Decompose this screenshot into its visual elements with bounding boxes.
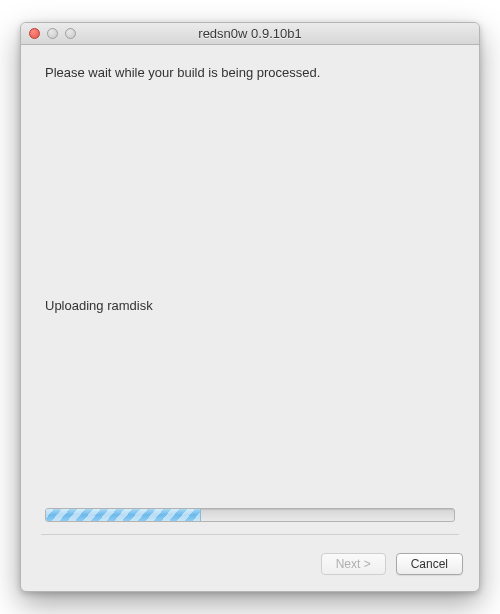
status-text: Uploading ramdisk <box>45 298 455 313</box>
window-title: redsn0w 0.9.10b1 <box>21 26 479 41</box>
window-controls <box>29 28 76 39</box>
instruction-text: Please wait while your build is being pr… <box>45 65 455 80</box>
close-icon[interactable] <box>29 28 40 39</box>
zoom-icon[interactable] <box>65 28 76 39</box>
footer: Next > Cancel <box>21 553 479 591</box>
app-window: redsn0w 0.9.10b1 Please wait while your … <box>20 22 480 592</box>
titlebar: redsn0w 0.9.10b1 <box>21 23 479 45</box>
separator <box>41 534 459 535</box>
next-button: Next > <box>321 553 386 575</box>
content-area: Please wait while your build is being pr… <box>21 45 479 553</box>
minimize-icon[interactable] <box>47 28 58 39</box>
cancel-button[interactable]: Cancel <box>396 553 463 575</box>
progress-fill <box>46 509 201 521</box>
progress-bar <box>45 508 455 522</box>
progress-container <box>45 508 455 522</box>
